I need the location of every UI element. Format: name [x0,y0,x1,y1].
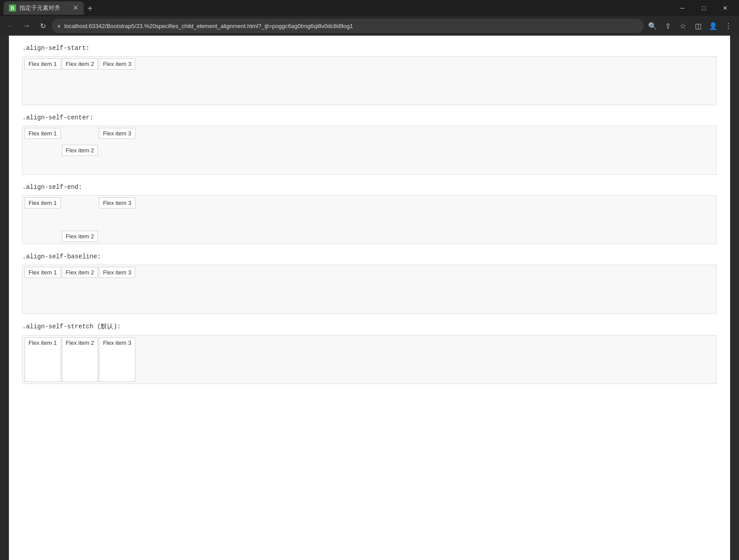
flex-item: Flex item 3 [99,267,135,278]
close-button[interactable]: ✕ [715,0,735,16]
url-text: localhost:63342/Bootstrap5/23.%20specifi… [64,23,353,29]
flex-item: Flex item 1 [24,197,61,208]
flex-item: Flex item 1 [24,267,61,278]
flex-item: Flex item 2 [62,145,98,156]
flex-item: Flex item 2 [62,58,98,69]
section-baseline: .align-self-baseline: Flex item 1 Flex i… [22,253,717,314]
back-button[interactable]: ← [4,19,18,33]
flex-item: Flex item 3 [99,197,135,208]
section-center-label: .align-self-center: [22,114,717,121]
minimize-button[interactable]: ─ [672,0,693,16]
tab-title: 指定子元素对齐 [20,4,60,12]
flex-item: Flex item 3 [99,58,135,69]
flex-demo-center: Flex item 1 Flex item 2 Flex item 3 [22,126,717,175]
bookmark-button[interactable]: ☆ [676,19,690,33]
lock-icon: ● [57,22,61,29]
section-center: .align-self-center: Flex item 1 Flex ite… [22,114,717,175]
profile-button[interactable]: 👤 [706,19,720,33]
maximize-button[interactable]: □ [694,0,714,16]
flex-item: Flex item 1 [24,337,61,382]
flex-item: Flex item 2 [62,267,98,278]
nav-bar: ← → ↻ ● localhost:63342/Bootstrap5/23.%2… [0,16,739,36]
flex-item: Flex item 3 [99,337,135,382]
window-controls: ─ □ ✕ [672,0,735,16]
nav-actions: 🔍 ⇪ ☆ ◫ 👤 ⋮ [645,19,735,33]
browser-tab[interactable]: B 指定子元素对齐 ✕ [4,1,84,15]
section-end: .align-self-end: Flex item 1 Flex item 2… [22,184,717,244]
section-end-label: .align-self-end: [22,184,717,191]
sidebar-button[interactable]: ◫ [691,19,705,33]
page-content: .align-self-start: Flex item 1 Flex item… [9,36,730,560]
section-baseline-label: .align-self-baseline: [22,253,717,260]
tab-area: B 指定子元素对齐 ✕ + [4,1,670,15]
section-stretch-label: .align-self-stretch (默认): [22,323,717,331]
flex-item: Flex item 1 [24,58,61,69]
flex-demo-end: Flex item 1 Flex item 2 Flex item 3 [22,195,717,244]
browser-window: B 指定子元素对齐 ✕ + ─ □ ✕ ← → ↻ ● localhost:63… [0,0,739,560]
reload-button[interactable]: ↻ [36,19,50,33]
section-start-label: .align-self-start: [22,45,717,52]
tab-close-button[interactable]: ✕ [73,4,78,12]
flex-item: Flex item 1 [24,128,61,139]
address-bar[interactable]: ● localhost:63342/Bootstrap5/23.%20speci… [52,19,644,33]
title-bar: B 指定子元素对齐 ✕ + ─ □ ✕ [0,0,739,16]
flex-item: Flex item 2 [62,231,98,242]
forward-button[interactable]: → [20,19,34,33]
flex-demo-baseline: Flex item 1 Flex item 2 Flex item 3 [22,265,717,314]
flex-demo-start: Flex item 1 Flex item 2 Flex item 3 [22,56,717,105]
flex-item: Flex item 3 [99,128,135,139]
section-start: .align-self-start: Flex item 1 Flex item… [22,45,717,105]
share-button[interactable]: ⇪ [661,19,675,33]
new-tab-button[interactable]: + [84,2,96,15]
flex-item: Flex item 2 [62,337,98,382]
tab-favicon: B [9,4,16,12]
menu-button[interactable]: ⋮ [721,19,735,33]
section-stretch: .align-self-stretch (默认): Flex item 1 Fl… [22,323,717,384]
flex-demo-stretch: Flex item 1 Flex item 2 Flex item 3 [22,335,717,384]
search-button[interactable]: 🔍 [645,19,660,33]
